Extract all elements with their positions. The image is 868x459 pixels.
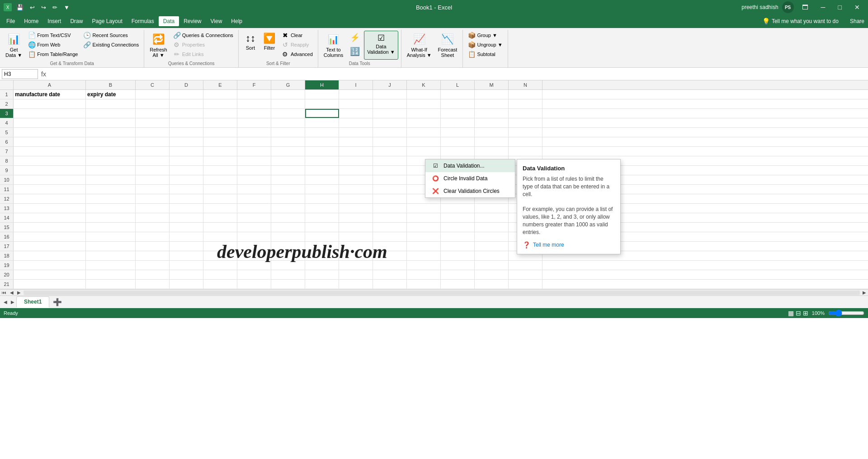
cell-H19[interactable]	[305, 261, 339, 270]
cell-F20[interactable]	[237, 270, 271, 279]
cell-M15[interactable]	[475, 223, 509, 232]
cell-K4[interactable]	[407, 118, 441, 127]
cell-C2[interactable]	[136, 99, 170, 108]
cell-I10[interactable]	[339, 175, 373, 184]
cell-I6[interactable]	[339, 137, 373, 146]
cell-N7[interactable]	[509, 147, 542, 156]
row-number-18[interactable]: 18	[0, 251, 14, 260]
cell-E5[interactable]	[203, 128, 237, 137]
cell-D4[interactable]	[170, 118, 203, 127]
cell-D14[interactable]	[170, 213, 203, 222]
cell-F19[interactable]	[237, 261, 271, 270]
cell-C9[interactable]	[136, 166, 170, 175]
cell-G13[interactable]	[271, 204, 305, 213]
col-header-C[interactable]: C	[136, 80, 170, 89]
cell-I15[interactable]	[339, 223, 373, 232]
cell-B19[interactable]	[86, 261, 136, 270]
cell-N6[interactable]	[509, 137, 542, 146]
text-to-columns-button[interactable]: 📊 Text toColumns	[321, 31, 346, 60]
cell-J4[interactable]	[373, 118, 407, 127]
cell-J11[interactable]	[373, 185, 407, 194]
cell-L17[interactable]	[441, 242, 475, 251]
cell-K16[interactable]	[407, 232, 441, 241]
cell-K13[interactable]	[407, 204, 441, 213]
cell-F7[interactable]	[237, 147, 271, 156]
cell-C8[interactable]	[136, 156, 170, 165]
menu-home[interactable]: Home	[19, 16, 43, 26]
cell-G4[interactable]	[271, 118, 305, 127]
col-header-M[interactable]: M	[475, 80, 509, 89]
cell-K17[interactable]	[407, 242, 441, 251]
cell-C19[interactable]	[136, 261, 170, 270]
col-header-F[interactable]: F	[237, 80, 271, 89]
cell-I21[interactable]	[339, 280, 373, 289]
cell-A3[interactable]	[14, 109, 86, 118]
col-header-B[interactable]: B	[86, 80, 136, 89]
cell-H12[interactable]	[305, 194, 339, 203]
row-number-4[interactable]: 4	[0, 118, 14, 127]
sheet-tab-sheet1[interactable]: Sheet1	[16, 296, 49, 308]
cell-L5[interactable]	[441, 128, 475, 137]
cell-F15[interactable]	[237, 223, 271, 232]
cell-B20[interactable]	[86, 270, 136, 279]
cell-H6[interactable]	[305, 137, 339, 146]
col-header-E[interactable]: E	[203, 80, 237, 89]
cell-H11[interactable]	[305, 185, 339, 194]
cell-A20[interactable]	[14, 270, 86, 279]
cell-F9[interactable]	[237, 166, 271, 175]
cell-N3[interactable]	[509, 109, 542, 118]
page-break-view-button[interactable]: ⊞	[803, 309, 808, 317]
cell-C5[interactable]	[136, 128, 170, 137]
menu-review[interactable]: Review	[179, 16, 206, 26]
cell-A15[interactable]	[14, 223, 86, 232]
cell-C11[interactable]	[136, 185, 170, 194]
cell-G20[interactable]	[271, 270, 305, 279]
cell-A8[interactable]	[14, 156, 86, 165]
col-header-A[interactable]: A	[14, 80, 86, 89]
zoom-slider[interactable]	[828, 309, 864, 317]
remove-duplicates-button[interactable]: 🔢	[347, 45, 363, 58]
from-text-csv-button[interactable]: 📄 From Text/CSV	[26, 31, 80, 40]
cell-I5[interactable]	[339, 128, 373, 137]
existing-connections-button[interactable]: 🔗 Existing Connections	[81, 40, 141, 49]
row-number-1[interactable]: 1	[0, 90, 14, 99]
row-number-14[interactable]: 14	[0, 213, 14, 222]
add-sheet-button[interactable]: ➕	[50, 298, 65, 306]
group-button[interactable]: 📦 Group ▼	[466, 31, 505, 40]
cell-I8[interactable]	[339, 156, 373, 165]
row-number-5[interactable]: 5	[0, 128, 14, 137]
redo-button[interactable]: ↪	[39, 3, 48, 12]
cell-E1[interactable]	[203, 90, 237, 99]
col-header-G[interactable]: G	[271, 80, 305, 89]
cell-D12[interactable]	[170, 194, 203, 203]
maximize-button[interactable]: □	[834, 2, 846, 13]
cell-B16[interactable]	[86, 232, 136, 241]
row-number-6[interactable]: 6	[0, 137, 14, 146]
cell-E19[interactable]	[203, 261, 237, 270]
cell-A6[interactable]	[14, 137, 86, 146]
cell-L2[interactable]	[441, 99, 475, 108]
cell-D3[interactable]	[170, 109, 203, 118]
cell-D17[interactable]	[170, 242, 203, 251]
menu-insert[interactable]: Insert	[43, 16, 66, 26]
queries-connections-button[interactable]: 🔗 Queries & Connections	[171, 31, 236, 40]
col-header-K[interactable]: K	[407, 80, 441, 89]
cell-F10[interactable]	[237, 175, 271, 184]
share-button[interactable]: Share	[848, 17, 866, 25]
cell-I11[interactable]	[339, 185, 373, 194]
row-number-19[interactable]: 19	[0, 261, 14, 270]
cell-J6[interactable]	[373, 137, 407, 146]
dropdown-item-data-validation[interactable]: ☑ Data Validation...	[425, 159, 515, 172]
refresh-all-button[interactable]: 🔁 RefreshAll ▼	[147, 31, 170, 60]
cell-J17[interactable]	[373, 242, 407, 251]
cell-C13[interactable]	[136, 204, 170, 213]
scroll-right-button[interactable]: ▶	[861, 290, 868, 295]
cell-E15[interactable]	[203, 223, 237, 232]
cell-H15[interactable]	[305, 223, 339, 232]
cell-L18[interactable]	[441, 251, 475, 260]
cell-B14[interactable]	[86, 213, 136, 222]
cell-A19[interactable]	[14, 261, 86, 270]
tell-me-more-link[interactable]: ❓ Tell me more	[523, 241, 615, 248]
cell-F12[interactable]	[237, 194, 271, 203]
cell-H10[interactable]	[305, 175, 339, 184]
